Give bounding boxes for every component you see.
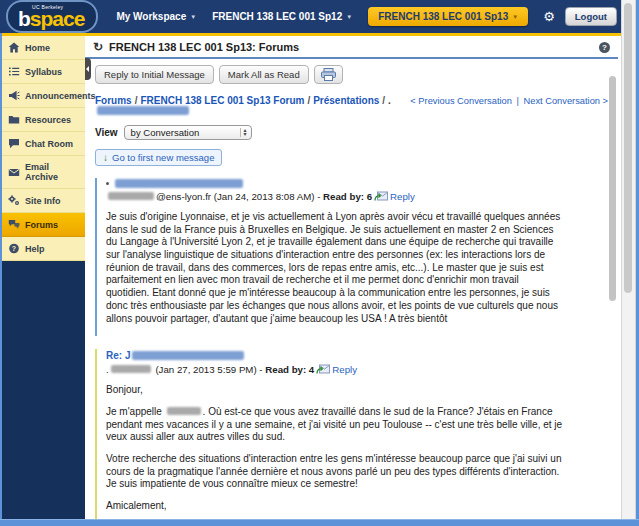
forum-post: @ens-lyon.fr (Jan 24, 2013 8:08 AM) - Re…: [95, 178, 618, 336]
redacted-author-name: [115, 179, 243, 188]
sidebar-item-label: Site Info: [25, 196, 61, 206]
forum-post: Re: J. (Jan 27, 2013 5:59 PM) - Read by:…: [95, 349, 618, 520]
breadcrumb-link[interactable]: FRENCH 138 LEC 001 Sp13 Forum: [140, 95, 304, 106]
sidebar-item-label: Home: [25, 43, 50, 53]
previous-conversation-link[interactable]: < Previous Conversation: [410, 96, 512, 106]
breadcrumb-link[interactable]: Forums: [95, 95, 132, 106]
site-tab-label: My Workspace: [116, 11, 186, 22]
home-icon: [8, 42, 20, 53]
site-tab-label: FRENCH 138 LEC 001 Sp12: [212, 11, 342, 22]
content-scrollbar-thumb[interactable]: [609, 76, 616, 301]
forums-icon: [8, 219, 20, 230]
post-body: Je suis d'origine Lyonnaise, et je vis a…: [106, 211, 564, 325]
svg-text:?: ?: [12, 245, 16, 252]
help-icon[interactable]: ?: [599, 42, 610, 53]
sidebar-item-label: Email Archive: [25, 162, 81, 182]
read-by-count: Read by: 6: [323, 191, 372, 202]
reply-link[interactable]: Reply: [332, 364, 357, 375]
page-header: ↻ FRENCH 138 LEC 001 Sp13: Forums ?: [85, 36, 618, 59]
site-tab-2[interactable]: FRENCH 138 LEC 001 Sp13▼: [368, 7, 528, 26]
breadcrumb-separator: /: [135, 95, 138, 106]
view-select[interactable]: by Conversation ▴▾: [124, 125, 252, 140]
site-tab-1[interactable]: FRENCH 138 LEC 001 Sp12▼: [212, 11, 352, 22]
bullet-icon: [106, 182, 109, 185]
sidebar-item-help[interactable]: ?Help: [2, 237, 85, 261]
view-select-value: by Conversation: [131, 127, 236, 138]
gold-divider: [0, 33, 625, 36]
sidebar-item-syllabus[interactable]: Syllabus: [2, 60, 85, 84]
view-row: View by Conversation ▴▾: [85, 117, 618, 140]
page-title: FRENCH 138 LEC 001 Sp13: Forums: [109, 41, 593, 53]
redacted-text: [111, 365, 151, 373]
post-meta-line: @ens-lyon.fr (Jan 24, 2013 8:08 AM) - Re…: [106, 191, 618, 202]
bspace-logo[interactable]: UC Berkeley bspace: [6, 0, 98, 33]
gear-icon[interactable]: ⚙: [543, 10, 555, 23]
sidebar-item-label: Announcements: [25, 91, 96, 101]
forums-content: ↻ FRENCH 138 LEC 001 Sp13: Forums ? Repl…: [85, 36, 618, 520]
help-icon: ?: [8, 243, 20, 254]
post-paragraph: Bonjour,: [106, 384, 564, 397]
reply-to-initial-message-button[interactable]: Reply to Initial Message: [95, 65, 214, 84]
sidebar-item-site-info[interactable]: Site Info: [2, 189, 85, 213]
reply-icon[interactable]: [314, 364, 332, 375]
redacted-conversation-title: [97, 106, 189, 115]
breadcrumb-separator: /: [307, 95, 310, 106]
go-to-first-new-message-button[interactable]: ↓ Go to first new message: [95, 149, 222, 166]
page-scrollbar-thumb[interactable]: [624, 3, 632, 293]
reply-link[interactable]: Reply: [390, 191, 415, 202]
sidebar-item-announcements[interactable]: Announcements: [2, 84, 85, 108]
message-title-link[interactable]: Re: J: [106, 350, 130, 361]
pager-separator: |: [516, 96, 518, 106]
bspace-wordmark: bspace: [18, 8, 84, 29]
site-tabs: My Workspace▼FRENCH 138 LEC 001 Sp12▼FRE…: [116, 7, 528, 26]
text-segment: Je suis d'origine Lyonnaise, et je vis a…: [106, 211, 560, 324]
sidebar: HomeSyllabusAnnouncementsResourcesChat R…: [2, 36, 85, 520]
chevron-down-icon: ▼: [346, 14, 352, 20]
sidebar-collapse-handle[interactable]: [85, 58, 91, 80]
post-meta-line: . (Jan 27, 2013 5:59 PM) - Read by: 4Rep…: [106, 364, 618, 375]
sidebar-item-resources[interactable]: Resources: [2, 108, 85, 132]
print-button[interactable]: [314, 65, 343, 84]
text-segment: (Jan 27, 2013 5:59 PM) -: [153, 364, 266, 375]
syllabus-icon: [8, 66, 20, 77]
chevron-down-icon: ▼: [512, 14, 518, 20]
sidebar-item-email-archive[interactable]: Email Archive: [2, 156, 85, 189]
view-label: View: [95, 127, 118, 138]
post-title-line: Re: J: [106, 350, 618, 361]
breadcrumb: Forums/FRENCH 138 LEC 001 Sp13 Forum/Pré…: [95, 95, 410, 117]
folder-icon: [8, 114, 20, 125]
text-segment: Votre recherche des situations d'interac…: [106, 453, 561, 489]
topbar-right: ⚙ Logout: [543, 7, 625, 26]
refresh-icon[interactable]: ↻: [93, 41, 103, 53]
browser-window: UC Berkeley bspace My Workspace▼FRENCH 1…: [0, 0, 639, 526]
post-paragraph: Je suis d'origine Lyonnaise, et je vis a…: [106, 211, 564, 325]
mark-all-as-read-button[interactable]: Mark All as Read: [219, 65, 309, 84]
window-frame-left: [0, 33, 2, 526]
reply-icon[interactable]: [372, 191, 390, 202]
post-paragraph: Je m'appelle . Où est-ce que vous avez t…: [106, 406, 564, 444]
chat-icon: [8, 138, 20, 149]
text-segment: @ens-lyon.fr (Jan 24, 2013 8:08 AM) -: [156, 191, 323, 202]
breadcrumb-current: .: [388, 95, 391, 106]
read-by-count: Read by: 4: [265, 364, 314, 375]
sidebar-item-label: Forums: [25, 220, 58, 230]
toolbar: Reply to Initial Message Mark All as Rea…: [85, 59, 618, 91]
site-tab-label: FRENCH 138 LEC 001 Sp13: [378, 11, 508, 22]
next-conversation-link[interactable]: Next Conversation >: [524, 96, 609, 106]
redacted-text: [108, 192, 154, 200]
sidebar-item-home[interactable]: Home: [2, 36, 85, 60]
sidebar-item-label: Syllabus: [25, 67, 62, 77]
window-frame-bottom: [0, 519, 639, 526]
sidebar-item-forums[interactable]: Forums: [2, 213, 85, 237]
site-tab-0[interactable]: My Workspace▼: [116, 11, 196, 22]
sidebar-item-label: Resources: [25, 115, 71, 125]
logout-button[interactable]: Logout: [565, 7, 617, 26]
breadcrumb-separator: /: [382, 95, 385, 106]
text-segment: Je m'appelle: [106, 406, 165, 417]
page-scrollbar[interactable]: [621, 0, 636, 520]
text-segment: Bonjour,: [106, 384, 143, 395]
text-segment: Amicalement,: [106, 500, 167, 511]
breadcrumb-link[interactable]: Présentations: [313, 95, 379, 106]
sidebar-item-chat-room[interactable]: Chat Room: [2, 132, 85, 156]
redacted-author-name: [132, 351, 244, 360]
